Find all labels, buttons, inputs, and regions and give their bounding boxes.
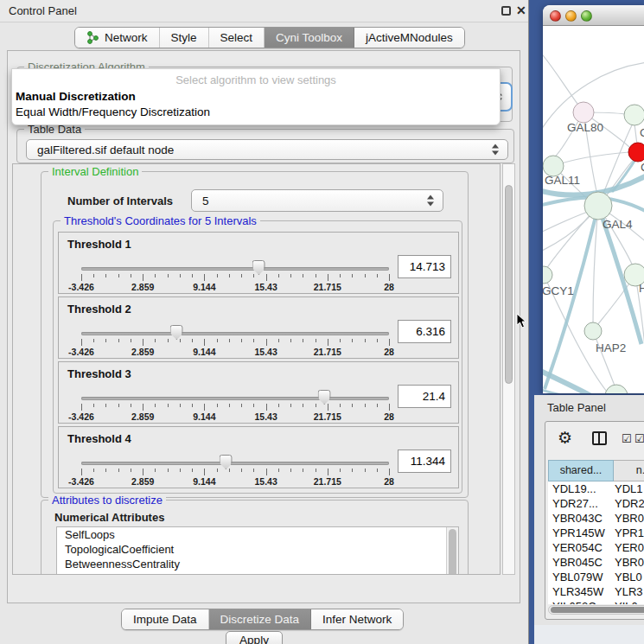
tick-mark <box>303 274 303 277</box>
tab-label: jActiveMNodules <box>366 31 453 44</box>
network-canvas[interactable]: GAL80GCGAL11GAL4GCY1HHAP2 <box>543 26 644 393</box>
dropdown-option-manual[interactable]: Manual Discretization <box>15 89 497 105</box>
tick-mark <box>389 469 390 475</box>
network-edge-thick[interactable] <box>543 389 644 393</box>
close-traffic-light-icon[interactable] <box>550 10 561 22</box>
slider-track[interactable] <box>81 462 389 465</box>
column-header-name[interactable]: n... <box>614 460 644 481</box>
tab-network[interactable]: Network <box>75 28 160 48</box>
network-node[interactable] <box>584 322 602 340</box>
network-edge-thick[interactable] <box>545 206 598 389</box>
checkbox-icon[interactable]: ☑ <box>622 432 632 445</box>
tick-mark <box>229 339 230 342</box>
attribute-item[interactable]: BetweennessCentrality <box>57 557 458 571</box>
tick-mark <box>340 404 341 407</box>
slider-track[interactable] <box>81 267 389 271</box>
table-row[interactable]: YBL079WYBL0 <box>548 570 644 584</box>
tick-label: -3.426 <box>68 282 94 292</box>
tick-label: 28 <box>384 347 394 357</box>
tick-mark <box>316 339 316 342</box>
tick-mark <box>143 469 143 475</box>
network-node[interactable] <box>624 105 644 125</box>
checkbox-icon[interactable]: ☑ <box>634 432 644 445</box>
table-row[interactable]: YBR043CYBR0 <box>548 511 644 526</box>
threshold-value-field[interactable]: 21.4 <box>398 385 451 408</box>
table-row[interactable]: YER054CYER0 <box>548 540 644 555</box>
tick-label: 2.859 <box>131 476 154 487</box>
dropdown-option-equal-width[interactable]: Equal Width/Frequency Discretization <box>15 105 497 120</box>
node-label: HAP2 <box>596 341 626 354</box>
scrollbar-thumb[interactable] <box>551 607 644 613</box>
tab-cyni-toolbox[interactable]: Cyni Toolbox <box>265 28 354 48</box>
attribute-item[interactable]: TopologicalCoefficient <box>57 542 458 557</box>
tick-mark <box>328 274 328 281</box>
cytoscape-desktop: Control Panel ✕ Network Style Select Cyn… <box>0 0 644 644</box>
slider-thumb[interactable] <box>318 390 331 405</box>
tick-mark <box>266 339 267 346</box>
slider-track[interactable] <box>81 397 389 400</box>
table-data-combobox[interactable]: galFiltered.sif default node <box>26 139 508 160</box>
scrollbar-thumb[interactable] <box>505 185 513 384</box>
mouse-cursor <box>516 313 526 328</box>
network-edge[interactable] <box>543 210 593 233</box>
tick-mark <box>290 339 291 342</box>
gear-icon[interactable]: ⚙ <box>558 428 572 448</box>
slider-track[interactable] <box>81 332 389 335</box>
tick-mark <box>241 339 242 342</box>
minimize-traffic-light-icon[interactable] <box>565 10 577 22</box>
tick-mark <box>278 404 279 407</box>
zoom-traffic-light-icon[interactable] <box>581 10 592 22</box>
table-row[interactable]: YDR27...YDR2 <box>548 496 644 511</box>
tab-jactivemnodules[interactable]: jActiveMNodules <box>354 28 464 48</box>
columns-icon[interactable] <box>592 431 607 445</box>
table-row[interactable]: YIL052CYIL0 <box>548 599 644 604</box>
slider-thumb[interactable] <box>220 455 233 469</box>
tick-mark <box>290 404 291 407</box>
control-panel-titlebar: Control Panel ✕ <box>0 0 528 22</box>
table-hscrollbar[interactable] <box>548 605 644 615</box>
tab-select[interactable]: Select <box>209 28 265 48</box>
threshold-value-field[interactable]: 11.344 <box>398 450 451 473</box>
tick-label: -3.426 <box>68 347 94 357</box>
close-icon[interactable]: ✕ <box>516 3 526 17</box>
tab-impute-data[interactable]: Impute Data <box>122 609 209 629</box>
control-panel-tabbar: Network Style Select Cyni Toolbox jActiv… <box>74 27 465 48</box>
network-edge[interactable] <box>543 213 593 252</box>
slider-thumb[interactable] <box>170 325 183 340</box>
network-node[interactable] <box>605 385 628 393</box>
column-header-shared-name[interactable]: shared... <box>548 460 614 481</box>
network-node[interactable] <box>584 192 612 220</box>
tab-infer-network[interactable]: Infer Network <box>311 609 403 629</box>
tick-mark <box>105 404 106 407</box>
network-node[interactable] <box>543 266 552 284</box>
table-row[interactable]: YDL19...YDL1 <box>548 481 644 496</box>
cyni-bottom-tabbar: Impute Data Discretize Data Infer Networ… <box>121 609 404 630</box>
table-row[interactable]: YBR045CYBR0 <box>548 555 644 570</box>
panel-scrollbar[interactable] <box>502 163 515 575</box>
tick-mark <box>229 274 230 277</box>
tab-style[interactable]: Style <box>160 28 209 48</box>
tick-mark <box>278 339 279 342</box>
network-node[interactable] <box>573 102 594 123</box>
node-label: GAL80 <box>567 121 603 134</box>
table-row[interactable]: YLR345WYLR3 <box>548 584 644 599</box>
scrollbar-thumb[interactable] <box>449 529 456 575</box>
tick-label: -3.426 <box>68 411 94 422</box>
float-window-icon[interactable] <box>501 6 511 16</box>
number-of-intervals-combobox[interactable]: 5 <box>191 189 443 212</box>
tick-mark <box>118 274 119 277</box>
list-scrollbar[interactable] <box>446 527 458 575</box>
tab-discretize-data[interactable]: Discretize Data <box>209 609 312 629</box>
cell-name: YIL0 <box>611 599 638 604</box>
tick-mark <box>340 274 341 277</box>
apply-button[interactable]: Apply <box>226 631 283 644</box>
tick-mark <box>105 274 106 277</box>
threshold-value-field[interactable]: 14.713 <box>398 255 451 278</box>
table-row[interactable]: YPR145WYPR1 <box>548 526 644 540</box>
table-panel: Table Panel ⚙ ☑ ☑ shared... n... YDL19..… <box>534 395 644 644</box>
slider-thumb[interactable] <box>252 260 265 275</box>
tick-mark <box>105 339 106 342</box>
threshold-value-field[interactable]: 6.316 <box>398 320 451 343</box>
network-node[interactable] <box>628 143 644 162</box>
attribute-item[interactable]: SelfLoops <box>57 527 458 542</box>
